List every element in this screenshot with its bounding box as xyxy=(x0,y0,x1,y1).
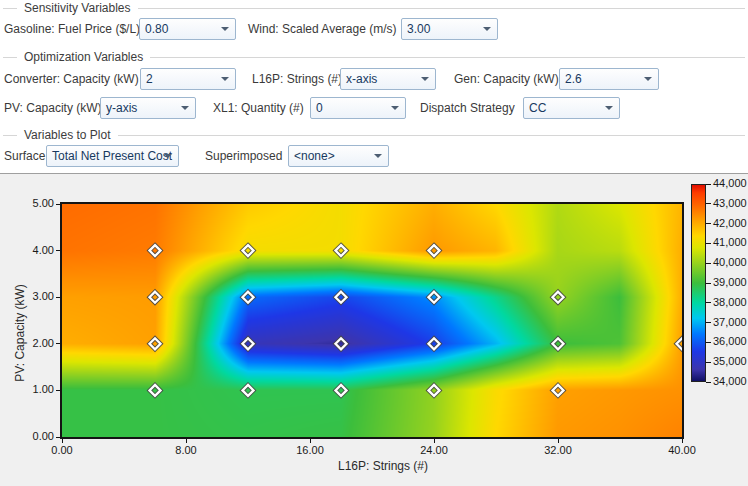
surface-heatmap-canvas xyxy=(62,204,682,437)
chevron-down-icon xyxy=(391,106,399,110)
colorbar-tick-label: 39,000 xyxy=(713,276,747,288)
x-tick xyxy=(62,439,63,443)
colorbar-tick-label: 41,000 xyxy=(713,236,747,248)
x-axis-title: L16P: Strings (#) xyxy=(338,459,428,473)
y-tick xyxy=(56,390,60,391)
colorbar-tick xyxy=(706,322,711,323)
x-tick-label: 32.00 xyxy=(544,444,572,456)
y-tick-label: 0.00 xyxy=(20,430,54,442)
gen-capacity-value: 2.6 xyxy=(565,69,582,89)
surface-label: Surface xyxy=(4,145,45,167)
x-tick xyxy=(682,439,683,443)
colorbar-tick-label: 36,000 xyxy=(713,335,747,347)
variables-to-plot-group-header: Variables to Plot xyxy=(3,128,745,142)
x-tick xyxy=(434,439,435,443)
x-tick-label: 16.00 xyxy=(296,444,324,456)
colorbar-tick-label: 34,000 xyxy=(713,375,747,387)
pv-capacity-select[interactable]: y-axis xyxy=(100,97,196,119)
converter-capacity-label: Converter: Capacity (kW) xyxy=(4,68,139,90)
pv-capacity-value: y-axis xyxy=(106,98,137,118)
x-tick-label: 8.00 xyxy=(175,444,196,456)
wind-scaled-average-select[interactable]: 3.00 xyxy=(401,18,498,40)
variables-to-plot-title: Variables to Plot xyxy=(24,128,111,142)
wind-scaled-average-label: Wind: Scaled Average (m/s) xyxy=(248,18,397,40)
chevron-down-icon xyxy=(605,106,613,110)
y-tick xyxy=(56,204,60,205)
gasoline-fuel-price-label: Gasoline: Fuel Price ($/L) xyxy=(4,18,140,40)
colorbar-tick xyxy=(706,382,711,383)
colorbar-tick xyxy=(706,263,711,264)
colorbar-tick-label: 35,000 xyxy=(713,355,747,367)
x-tick xyxy=(186,439,187,443)
colorbar-tick-label: 44,000 xyxy=(713,177,747,189)
l16p-strings-select[interactable]: x-axis xyxy=(340,68,436,90)
y-tick-label: 3.00 xyxy=(20,290,54,302)
colorbar-tick xyxy=(706,342,711,343)
colorbar-legend xyxy=(691,184,706,382)
x-tick xyxy=(558,439,559,443)
converter-capacity-value: 2 xyxy=(146,69,153,89)
y-tick-label: 2.00 xyxy=(20,337,54,349)
gasoline-fuel-price-select[interactable]: 0.80 xyxy=(139,18,236,40)
y-tick xyxy=(56,437,60,438)
surface-select[interactable]: Total Net Present Cost xyxy=(46,145,179,167)
colorbar-tick xyxy=(706,184,711,185)
chevron-down-icon xyxy=(164,154,172,158)
chevron-down-icon xyxy=(221,77,229,81)
optimization-variables-title: Optimization Variables xyxy=(24,50,143,64)
colorbar-tick-label: 40,000 xyxy=(713,256,747,268)
y-tick-label: 4.00 xyxy=(20,244,54,256)
optimization-variables-group-header: Optimization Variables xyxy=(3,50,745,64)
xl1-quantity-select[interactable]: 0 xyxy=(310,97,406,119)
controls-panel: Sensitivity Variables Gasoline: Fuel Pri… xyxy=(0,0,748,174)
sensitivity-variables-title: Sensitivity Variables xyxy=(24,1,131,15)
surface-value: Total Net Present Cost xyxy=(52,146,172,166)
y-tick-label: 5.00 xyxy=(20,197,54,209)
l16p-strings-value: x-axis xyxy=(346,69,377,89)
x-tick-label: 24.00 xyxy=(420,444,448,456)
chevron-down-icon xyxy=(181,106,189,110)
y-tick-label: 1.00 xyxy=(20,383,54,395)
sensitivity-variables-group-header: Sensitivity Variables xyxy=(3,1,745,15)
x-tick xyxy=(310,439,311,443)
colorbar-tick xyxy=(706,223,711,224)
colorbar-tick xyxy=(706,302,711,303)
xl1-quantity-label: XL1: Quantity (#) xyxy=(213,97,304,119)
superimposed-value: <none> xyxy=(294,146,335,166)
colorbar-tick-label: 43,000 xyxy=(713,197,747,209)
y-tick xyxy=(56,343,60,344)
colorbar-tick xyxy=(706,362,711,363)
superimposed-select[interactable]: <none> xyxy=(288,145,389,167)
gen-capacity-label: Gen: Capacity (kW) xyxy=(454,68,559,90)
dispatch-strategy-label: Dispatch Strategy xyxy=(420,97,515,119)
y-tick xyxy=(56,250,60,251)
colorbar-tick-label: 38,000 xyxy=(713,296,747,308)
colorbar-tick xyxy=(706,243,711,244)
dispatch-strategy-select[interactable]: CC xyxy=(523,97,620,119)
l16p-strings-label: L16P: Strings (#) xyxy=(252,68,342,90)
chevron-down-icon xyxy=(644,77,652,81)
colorbar-tick xyxy=(706,283,711,284)
gasoline-fuel-price-value: 0.80 xyxy=(145,19,168,39)
pv-capacity-label: PV: Capacity (kW) xyxy=(4,97,102,119)
x-tick-label: 0.00 xyxy=(51,444,72,456)
chevron-down-icon xyxy=(221,27,229,31)
wind-scaled-average-value: 3.00 xyxy=(407,19,430,39)
colorbar-tick-label: 37,000 xyxy=(713,316,747,328)
chevron-down-icon xyxy=(421,77,429,81)
sensitivity-results-panel: Sensitivity Variables Gasoline: Fuel Pri… xyxy=(0,0,748,486)
dispatch-strategy-value: CC xyxy=(529,98,546,118)
surface-plot xyxy=(60,202,684,439)
colorbar-tick xyxy=(706,203,711,204)
chevron-down-icon xyxy=(374,154,382,158)
colorbar-tick-label: 42,000 xyxy=(713,217,747,229)
chevron-down-icon xyxy=(483,27,491,31)
gen-capacity-select[interactable]: 2.6 xyxy=(559,68,659,90)
x-tick-label: 40.00 xyxy=(668,444,696,456)
superimposed-label: Superimposed xyxy=(205,145,282,167)
xl1-quantity-value: 0 xyxy=(316,98,323,118)
converter-capacity-select[interactable]: 2 xyxy=(140,68,236,90)
y-tick xyxy=(56,297,60,298)
